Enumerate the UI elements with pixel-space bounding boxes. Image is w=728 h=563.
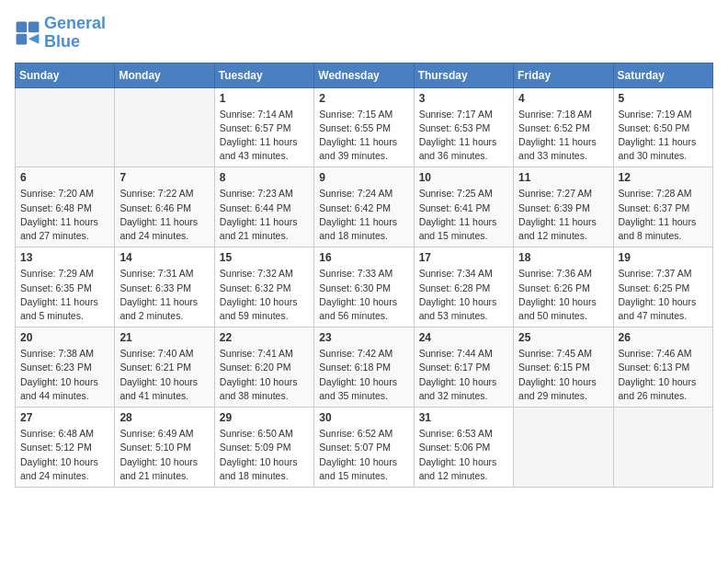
day-info: Sunrise: 7:45 AM Sunset: 6:15 PM Dayligh… xyxy=(518,347,608,403)
day-info: Sunrise: 7:38 AM Sunset: 6:23 PM Dayligh… xyxy=(20,347,109,403)
calendar-week-row: 13Sunrise: 7:29 AM Sunset: 6:35 PM Dayli… xyxy=(16,247,713,327)
calendar-cell: 20Sunrise: 7:38 AM Sunset: 6:23 PM Dayli… xyxy=(16,327,115,408)
day-number: 30 xyxy=(319,411,408,424)
calendar-cell: 25Sunrise: 7:45 AM Sunset: 6:15 PM Dayli… xyxy=(514,327,613,408)
logo-text2: Blue xyxy=(44,33,106,52)
svg-marker-3 xyxy=(28,34,40,44)
day-of-week-header: Wednesday xyxy=(314,63,414,87)
day-number: 16 xyxy=(319,251,408,264)
svg-rect-1 xyxy=(28,21,40,32)
calendar-cell: 17Sunrise: 7:34 AM Sunset: 6:28 PM Dayli… xyxy=(414,247,513,327)
calendar-cell xyxy=(115,87,214,167)
day-number: 31 xyxy=(419,411,508,424)
day-number: 4 xyxy=(518,92,608,105)
day-info: Sunrise: 7:34 AM Sunset: 6:28 PM Dayligh… xyxy=(419,267,508,323)
day-number: 12 xyxy=(619,171,708,184)
day-info: Sunrise: 6:53 AM Sunset: 5:06 PM Dayligh… xyxy=(419,427,508,483)
calendar-cell: 22Sunrise: 7:41 AM Sunset: 6:20 PM Dayli… xyxy=(214,327,313,408)
logo: General Blue xyxy=(15,15,106,52)
day-info: Sunrise: 7:36 AM Sunset: 6:26 PM Dayligh… xyxy=(518,267,608,323)
calendar-cell xyxy=(613,408,712,488)
calendar-cell: 5Sunrise: 7:19 AM Sunset: 6:50 PM Daylig… xyxy=(613,87,712,167)
day-number: 8 xyxy=(220,171,309,184)
calendar-header-row: SundayMondayTuesdayWednesdayThursdayFrid… xyxy=(16,63,713,87)
calendar-cell: 12Sunrise: 7:28 AM Sunset: 6:37 PM Dayli… xyxy=(613,167,712,247)
calendar-cell: 29Sunrise: 6:50 AM Sunset: 5:09 PM Dayli… xyxy=(214,408,313,488)
calendar-week-row: 27Sunrise: 6:48 AM Sunset: 5:12 PM Dayli… xyxy=(16,408,713,488)
calendar-cell: 31Sunrise: 6:53 AM Sunset: 5:06 PM Dayli… xyxy=(414,408,513,488)
day-info: Sunrise: 7:23 AM Sunset: 6:44 PM Dayligh… xyxy=(220,187,309,243)
day-info: Sunrise: 6:50 AM Sunset: 5:09 PM Dayligh… xyxy=(220,427,309,483)
day-info: Sunrise: 7:31 AM Sunset: 6:33 PM Dayligh… xyxy=(119,267,209,323)
day-number: 25 xyxy=(518,331,608,344)
calendar-cell: 21Sunrise: 7:40 AM Sunset: 6:21 PM Dayli… xyxy=(115,327,214,408)
day-number: 21 xyxy=(119,331,209,344)
day-info: Sunrise: 7:15 AM Sunset: 6:55 PM Dayligh… xyxy=(319,108,408,164)
calendar-cell: 18Sunrise: 7:36 AM Sunset: 6:26 PM Dayli… xyxy=(514,247,613,327)
day-info: Sunrise: 7:19 AM Sunset: 6:50 PM Dayligh… xyxy=(619,108,708,164)
day-number: 24 xyxy=(419,331,508,344)
day-info: Sunrise: 7:20 AM Sunset: 6:48 PM Dayligh… xyxy=(20,187,109,243)
calendar-cell: 19Sunrise: 7:37 AM Sunset: 6:25 PM Dayli… xyxy=(613,247,712,327)
day-number: 6 xyxy=(20,171,109,184)
calendar-cell: 30Sunrise: 6:52 AM Sunset: 5:07 PM Dayli… xyxy=(314,408,414,488)
calendar-cell: 4Sunrise: 7:18 AM Sunset: 6:52 PM Daylig… xyxy=(514,87,613,167)
day-number: 15 xyxy=(220,251,309,264)
calendar-cell: 23Sunrise: 7:42 AM Sunset: 6:18 PM Dayli… xyxy=(314,327,414,408)
day-info: Sunrise: 7:24 AM Sunset: 6:42 PM Dayligh… xyxy=(319,187,408,243)
day-number: 10 xyxy=(419,171,508,184)
day-number: 17 xyxy=(419,251,508,264)
day-info: Sunrise: 7:22 AM Sunset: 6:46 PM Dayligh… xyxy=(119,187,209,243)
day-number: 2 xyxy=(319,92,408,105)
day-info: Sunrise: 7:18 AM Sunset: 6:52 PM Dayligh… xyxy=(518,108,608,164)
day-number: 3 xyxy=(419,92,508,105)
calendar-cell: 13Sunrise: 7:29 AM Sunset: 6:35 PM Dayli… xyxy=(16,247,115,327)
calendar-cell: 26Sunrise: 7:46 AM Sunset: 6:13 PM Dayli… xyxy=(613,327,712,408)
day-of-week-header: Tuesday xyxy=(214,63,313,87)
day-of-week-header: Sunday xyxy=(16,63,115,87)
day-info: Sunrise: 7:27 AM Sunset: 6:39 PM Dayligh… xyxy=(518,187,608,243)
calendar-cell xyxy=(514,408,613,488)
day-info: Sunrise: 7:28 AM Sunset: 6:37 PM Dayligh… xyxy=(619,187,708,243)
calendar-cell: 9Sunrise: 7:24 AM Sunset: 6:42 PM Daylig… xyxy=(314,167,414,247)
day-info: Sunrise: 7:40 AM Sunset: 6:21 PM Dayligh… xyxy=(119,347,209,403)
calendar-cell: 10Sunrise: 7:25 AM Sunset: 6:41 PM Dayli… xyxy=(414,167,513,247)
day-number: 29 xyxy=(220,411,309,424)
calendar-cell: 6Sunrise: 7:20 AM Sunset: 6:48 PM Daylig… xyxy=(16,167,115,247)
day-info: Sunrise: 6:48 AM Sunset: 5:12 PM Dayligh… xyxy=(20,427,109,483)
day-number: 28 xyxy=(119,411,209,424)
calendar-cell: 8Sunrise: 7:23 AM Sunset: 6:44 PM Daylig… xyxy=(214,167,313,247)
day-number: 23 xyxy=(319,331,408,344)
logo-icon xyxy=(15,20,40,46)
day-info: Sunrise: 7:32 AM Sunset: 6:32 PM Dayligh… xyxy=(220,267,309,323)
calendar-cell: 16Sunrise: 7:33 AM Sunset: 6:30 PM Dayli… xyxy=(314,247,414,327)
calendar-cell: 14Sunrise: 7:31 AM Sunset: 6:33 PM Dayli… xyxy=(115,247,214,327)
day-info: Sunrise: 7:44 AM Sunset: 6:17 PM Dayligh… xyxy=(419,347,508,403)
calendar-cell: 28Sunrise: 6:49 AM Sunset: 5:10 PM Dayli… xyxy=(115,408,214,488)
day-number: 22 xyxy=(220,331,309,344)
svg-rect-2 xyxy=(17,34,28,45)
day-info: Sunrise: 7:42 AM Sunset: 6:18 PM Dayligh… xyxy=(319,347,408,403)
day-number: 27 xyxy=(20,411,109,424)
day-info: Sunrise: 7:37 AM Sunset: 6:25 PM Dayligh… xyxy=(619,267,708,323)
day-info: Sunrise: 7:17 AM Sunset: 6:53 PM Dayligh… xyxy=(419,108,508,164)
day-of-week-header: Thursday xyxy=(414,63,513,87)
day-number: 26 xyxy=(619,331,708,344)
logo-text: General xyxy=(44,15,106,33)
day-of-week-header: Monday xyxy=(115,63,214,87)
calendar-week-row: 1Sunrise: 7:14 AM Sunset: 6:57 PM Daylig… xyxy=(16,87,713,167)
day-info: Sunrise: 7:33 AM Sunset: 6:30 PM Dayligh… xyxy=(319,267,408,323)
day-info: Sunrise: 6:52 AM Sunset: 5:07 PM Dayligh… xyxy=(319,427,408,483)
calendar-cell: 1Sunrise: 7:14 AM Sunset: 6:57 PM Daylig… xyxy=(214,87,313,167)
calendar-cell: 24Sunrise: 7:44 AM Sunset: 6:17 PM Dayli… xyxy=(414,327,513,408)
day-of-week-header: Saturday xyxy=(613,63,712,87)
calendar-week-row: 6Sunrise: 7:20 AM Sunset: 6:48 PM Daylig… xyxy=(16,167,713,247)
day-info: Sunrise: 7:25 AM Sunset: 6:41 PM Dayligh… xyxy=(419,187,508,243)
day-number: 14 xyxy=(119,251,209,264)
day-number: 5 xyxy=(619,92,708,105)
day-info: Sunrise: 6:49 AM Sunset: 5:10 PM Dayligh… xyxy=(119,427,209,483)
calendar-cell xyxy=(16,87,115,167)
day-number: 19 xyxy=(619,251,708,264)
day-number: 7 xyxy=(119,171,209,184)
day-number: 20 xyxy=(20,331,109,344)
